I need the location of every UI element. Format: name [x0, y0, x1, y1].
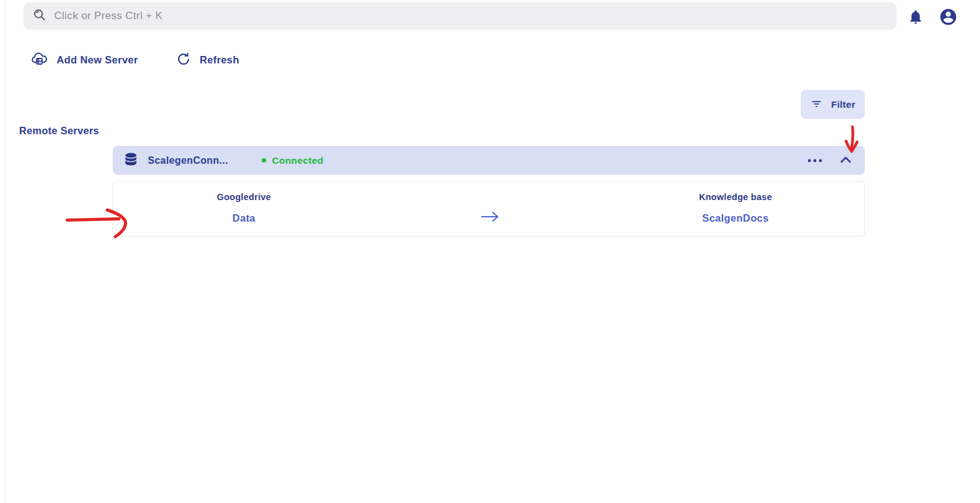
- user-avatar-icon: [939, 7, 958, 28]
- add-new-server-button[interactable]: Add New Server: [31, 50, 138, 70]
- server-name: ScalegenConn...: [148, 155, 228, 166]
- search-input[interactable]: [54, 10, 888, 22]
- bell-icon: [907, 9, 924, 27]
- annotation-arrow-right: [67, 219, 119, 220]
- notifications-button[interactable]: [906, 7, 925, 28]
- source-name-link[interactable]: Data: [176, 212, 312, 224]
- refresh-icon: [176, 52, 191, 68]
- server-status-badge: Connected: [262, 155, 323, 166]
- toolbar: Add New Server Refresh: [31, 50, 239, 70]
- topbar-right: [906, 6, 959, 30]
- account-button[interactable]: [937, 6, 959, 30]
- page: Add New Server Refresh Filter Remote Ser…: [0, 0, 980, 503]
- left-edge-divider: [5, 0, 6, 503]
- remote-servers-heading: Remote Servers: [19, 125, 99, 137]
- filter-button[interactable]: Filter: [801, 90, 865, 119]
- refresh-label: Refresh: [200, 54, 239, 66]
- cloud-server-icon: [31, 50, 48, 70]
- refresh-button[interactable]: Refresh: [176, 52, 239, 68]
- global-search-bar[interactable]: [23, 2, 897, 30]
- filter-icon: [810, 97, 823, 112]
- database-icon: [123, 151, 139, 170]
- connection-source: Googledrive Data: [176, 192, 312, 224]
- server-connections-panel: Googledrive Data Knowledge base ScalgenD…: [113, 181, 865, 236]
- annotation-arrow-down: [852, 127, 853, 148]
- collapse-server-button[interactable]: [836, 153, 855, 168]
- target-type-label: Knowledge base: [668, 192, 803, 202]
- status-text: Connected: [272, 155, 323, 166]
- connection-arrow-icon: [478, 210, 503, 226]
- add-new-server-label: Add New Server: [57, 54, 138, 66]
- status-dot-icon: [262, 158, 266, 163]
- search-icon: [32, 7, 47, 25]
- target-name-link[interactable]: ScalgenDocs: [668, 212, 803, 224]
- chevron-up-icon: [839, 155, 852, 166]
- source-type-label: Googledrive: [176, 192, 312, 202]
- annotation-overlay: [0, 0, 980, 503]
- server-row[interactable]: ScalegenConn... Connected: [113, 146, 865, 175]
- filter-label: Filter: [831, 99, 856, 110]
- server-options-button[interactable]: [804, 153, 825, 167]
- connection-target: Knowledge base ScalgenDocs: [668, 192, 803, 224]
- ellipsis-icon: [807, 156, 823, 165]
